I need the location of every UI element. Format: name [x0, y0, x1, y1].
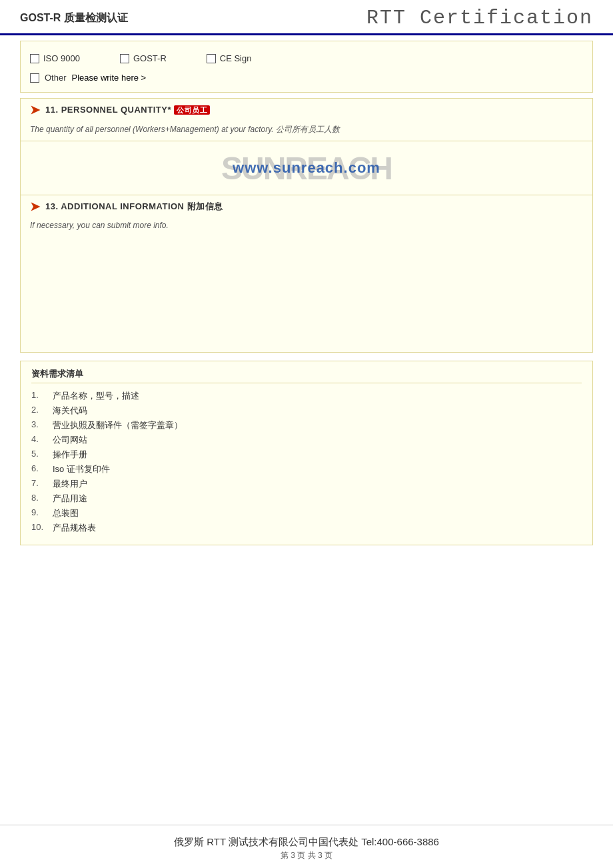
header-subtitle: 质量检测认证 — [61, 12, 127, 23]
checkbox-section: ISO 9000 GOST-R CE Sign Other Please wri… — [20, 41, 593, 93]
list-item: 4. 公司网站 — [31, 433, 582, 447]
list-item: 9. 总装图 — [31, 506, 582, 521]
requirements-list: 1. 产品名称，型号，描述 2. 海关代码 3. 营业执照及翻译件（需签字盖章）… — [31, 389, 582, 535]
header-left: GOST-R 质量检测认证 — [20, 11, 128, 25]
list-item: 7. 最终用户 — [31, 477, 582, 491]
checkbox-box-other[interactable] — [30, 73, 39, 83]
section11-header: ➤ 11. PERSONNEL QUANTITY* 公司员工 — [20, 98, 593, 121]
section11-title: 11. PERSONNEL QUANTITY* 公司员工 — [45, 105, 210, 115]
requirements-title: 资料需求清单 — [31, 368, 582, 383]
list-item: 6. Iso 证书复印件 — [31, 462, 582, 477]
page-header: GOST-R 质量检测认证 RTT Certification — [0, 0, 613, 35]
section13-note: If necessary, you can submit more info. — [20, 218, 593, 233]
checkbox-iso9000[interactable]: ISO 9000 — [30, 53, 80, 63]
checkbox-label-iso9000: ISO 9000 — [43, 53, 80, 63]
arrow-icon-13: ➤ — [30, 199, 40, 214]
list-item: 5. 操作手册 — [31, 447, 582, 462]
section11-subtitle: The quantity of all personnel (Workers+M… — [20, 121, 593, 141]
checkbox-box-gost-r[interactable] — [120, 54, 129, 63]
stamp-overlay: www.sunreach.com — [233, 159, 380, 177]
checkbox-ce-sign[interactable]: CE Sign — [207, 53, 252, 63]
footer-main: 俄罗斯 RTT 测试技术有限公司中国代表处 Tel:400-666-3886 — [0, 836, 613, 849]
page-footer: 俄罗斯 RTT 测试技术有限公司中国代表处 Tel:400-666-3886 第… — [0, 825, 613, 868]
list-item: 2. 海关代码 — [31, 403, 582, 418]
other-row: Other Please write here > — [30, 69, 583, 85]
checkbox-box-ce-sign[interactable] — [207, 54, 216, 63]
header-right: RTT Certification — [366, 7, 593, 29]
stamp-area: SUNREACH www.sunreach.com — [20, 141, 593, 195]
checkbox-gost-r[interactable]: GOST-R — [120, 53, 167, 63]
section13-header: ➤ 13. ADDITIONAL INFORMATION 附加信息 — [20, 195, 593, 218]
list-item: 10. 产品规格表 — [31, 521, 582, 535]
write-here-text: Please write here > — [72, 73, 147, 83]
gost-label: GOST-R — [20, 12, 61, 23]
arrow-icon-11: ➤ — [30, 103, 40, 117]
list-item: 1. 产品名称，型号，描述 — [31, 389, 582, 403]
checkbox-label-ce-sign: CE Sign — [220, 53, 252, 63]
section11-red-label: 公司员工 — [174, 105, 210, 115]
checkbox-label-other: Other — [45, 73, 67, 83]
checkbox-row-main: ISO 9000 GOST-R CE Sign — [30, 48, 583, 69]
section13-body[interactable] — [20, 233, 593, 353]
checkbox-label-gost-r: GOST-R — [133, 53, 167, 63]
footer-sub: 第 3 页 共 3 页 — [0, 850, 613, 861]
list-item: 8. 产品用途 — [31, 491, 582, 506]
list-item: 3. 营业执照及翻译件（需签字盖章） — [31, 418, 582, 433]
checkbox-box-iso9000[interactable] — [30, 54, 39, 63]
section13-title: 13. ADDITIONAL INFORMATION 附加信息 — [45, 201, 223, 213]
requirements-section: 资料需求清单 1. 产品名称，型号，描述 2. 海关代码 3. 营业执照及翻译件… — [20, 361, 593, 545]
